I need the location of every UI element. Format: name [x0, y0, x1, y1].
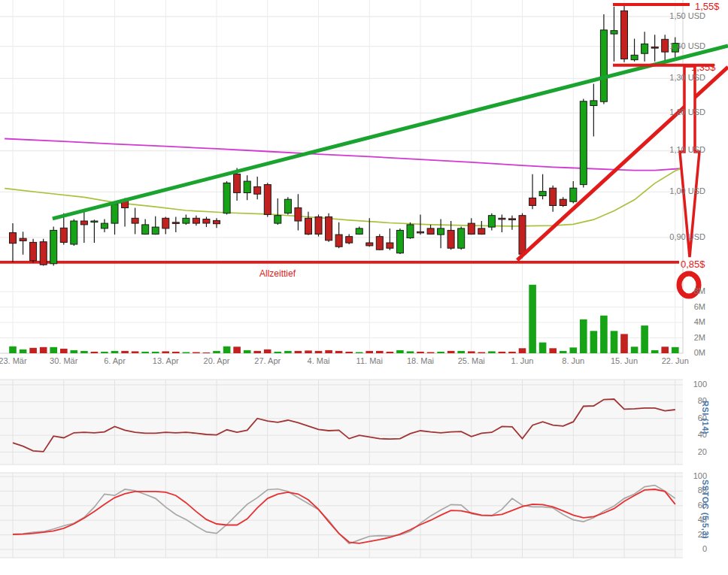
stoch-axis-tick: 20 — [656, 530, 707, 539]
date-axis-tick: 25. Mai — [447, 356, 496, 365]
price-axis-tick: 1,50 USD — [654, 11, 705, 20]
date-axis-tick: 6. Apr — [91, 356, 139, 365]
date-axis-tick: 4. Mai — [295, 356, 343, 365]
volume-axis-tick: 2M — [654, 333, 705, 342]
date-axis-tick: 11. Mai — [345, 356, 393, 365]
date-axis-tick: 18. Mai — [396, 356, 444, 365]
resistance-155-label: 1,55$ — [695, 1, 720, 12]
stock-chart[interactable]: 1,50 USD1,40 USD1,30 USD1,20 USD1,10 USD… — [0, 0, 728, 575]
stoch-axis-tick: 0 — [656, 544, 707, 553]
rsi-axis-tick: 40 — [656, 430, 707, 439]
date-axis-tick: 13. Apr — [141, 356, 190, 365]
rsi-axis-tick: 80 — [656, 396, 707, 405]
support-green-trendline — [53, 46, 728, 219]
price-axis-tick: 1,40 USD — [654, 41, 705, 50]
rsi-axis-tick: 100 — [656, 380, 707, 389]
rsi-axis-tick: 20 — [656, 447, 707, 456]
rsi-panel-title: RSI (14) — [701, 401, 710, 434]
price-axis-tick: 1,30 USD — [654, 73, 705, 82]
volume-axis-tick: 4M — [654, 317, 705, 326]
volume-axis-tick: 6M — [654, 302, 705, 311]
stoch-axis-tick: 100 — [656, 471, 707, 480]
price-axis-tick: 1,20 USD — [654, 107, 705, 117]
breakout-135-label: 1,35$ — [691, 62, 716, 73]
date-axis-tick: 1. Jun — [499, 356, 547, 365]
date-axis-tick: 30. Mär — [40, 356, 88, 365]
candlesticks — [10, 4, 679, 266]
horizontal-gridlines — [0, 17, 683, 549]
date-axis-tick: 23. Mär — [0, 356, 37, 365]
price-axis-tick: 1,00 USD — [654, 186, 705, 195]
stoch-axis-tick: 40 — [656, 515, 707, 524]
date-axis-tick: 27. Apr — [244, 356, 292, 365]
date-axis-tick: 22. Jun — [651, 356, 699, 365]
price-axis-tick: 1,10 USD — [654, 145, 705, 154]
date-axis-tick: 15. Jun — [600, 356, 648, 365]
date-axis-tick: 20. Apr — [193, 356, 241, 365]
rsi-axis-tick: 60 — [656, 413, 707, 422]
price-axis-tick: 0,90 USD — [654, 232, 705, 241]
volume-axis-tick: 8M — [654, 286, 705, 295]
stoch-panel-title: SSTOC (5,5,3) — [701, 480, 710, 539]
stoch-panel-bg — [0, 473, 683, 558]
stoch-axis-tick: 80 — [656, 486, 707, 495]
date-axis-tick: 8. Jun — [549, 356, 597, 365]
alltime-low-caption: Allzeittief — [259, 268, 296, 279]
chart-canvas[interactable] — [0, 0, 728, 575]
stoch-axis-tick: 60 — [656, 501, 707, 510]
volume-bars — [9, 285, 678, 353]
alltime-low-price-label: 0,85$ — [681, 259, 705, 270]
